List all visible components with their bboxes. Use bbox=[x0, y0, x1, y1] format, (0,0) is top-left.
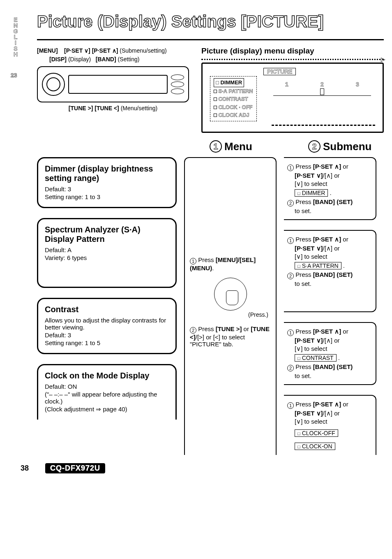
contrast-box: Contrast Allows you to adjust the displa… bbox=[37, 298, 177, 354]
submenu-note: (Submenu/setting) bbox=[120, 47, 166, 54]
r4-n1: 1 bbox=[287, 402, 294, 409]
step2-icon: 2 bbox=[190, 327, 196, 334]
page-badge: 23 bbox=[11, 72, 17, 79]
contrast-desc: Allows you to adjust the display contras… bbox=[45, 317, 169, 331]
step2-mid: or bbox=[242, 325, 251, 332]
r3-b3: [BAND] (SET) bbox=[313, 363, 353, 370]
r4-pill-on: □CLOCK-ON bbox=[295, 443, 335, 450]
r3-l6: to set. bbox=[295, 372, 371, 379]
side-buttons-illustration bbox=[171, 74, 184, 94]
r1-b1: [P·SET ∧] bbox=[313, 163, 341, 170]
menu-key-label: [MENU] bbox=[37, 47, 58, 54]
r1-pre2: Press bbox=[295, 198, 313, 205]
clock-note1: ("– –:– –" will appear before adjusting … bbox=[45, 391, 169, 405]
button-callouts: [MENU] [P·SET ∨] [P·SET ∧] (Submenu/sett… bbox=[37, 46, 189, 133]
submenu-clock-box: 1 Press [P·SET ∧] or [P·SET ∨]/[∧] or [∨… bbox=[284, 395, 376, 455]
submenu-heading: Submenu bbox=[323, 140, 371, 153]
display-panel-illustration: PICTURE □ DIMMER □ S·A PATTERN □ CONTRAS… bbox=[201, 63, 384, 133]
picture-tab: PICTURE bbox=[263, 68, 296, 75]
contrast-title: Contrast bbox=[45, 305, 169, 314]
r1-l6: to set. bbox=[295, 207, 371, 214]
slider-num-2: 2 bbox=[321, 81, 324, 88]
r1-b2: [P·SET ∨] bbox=[295, 172, 323, 179]
step1-icon: 1 bbox=[190, 258, 196, 264]
r4-pill-off: □CLOCK-OFF bbox=[295, 429, 338, 437]
submenu-contrast-box: 1 Press [P·SET ∧] or [P·SET ∨]/[∧] or [∨… bbox=[284, 322, 376, 385]
menu-list: □ DIMMER □ S·A PATTERN □ CONTRAST □ CLOC… bbox=[210, 76, 257, 121]
menu-item-contrast: CONTRAST bbox=[218, 96, 248, 102]
step2-post: /[>] or [<] to select "PICTURE" tab. bbox=[190, 334, 245, 348]
clock-note2: (Clock adjustment ⇒ page 40) bbox=[45, 406, 169, 413]
page-title: Picture (Display) Settings [PICTURE] bbox=[37, 12, 384, 31]
display-subtitle: Picture (display) menu display bbox=[201, 46, 384, 56]
r2-p2: /[∧] or bbox=[323, 245, 340, 252]
r2-l3: [∨] to select bbox=[295, 253, 371, 260]
contrast-range: Setting range: 1 to 5 bbox=[45, 339, 169, 346]
step-two-icon: 2 bbox=[308, 140, 321, 153]
dimmer-title: Dimmer (display brightness setting range… bbox=[45, 164, 169, 183]
step-one-icon: 1 bbox=[210, 140, 222, 153]
menu-item-clock-adj: CLOCK ADJ bbox=[218, 112, 249, 118]
clock-title: Clock on the Mode Display bbox=[45, 371, 169, 380]
r2-b2: [P·SET ∨] bbox=[295, 245, 323, 252]
disp-key-label: [DISP] bbox=[49, 56, 67, 63]
r3-pre2: Press bbox=[295, 363, 313, 370]
r2-b3: [BAND] (SET) bbox=[313, 271, 353, 278]
menu-item-sa: S·A PATTERN bbox=[218, 88, 253, 94]
step2-pre: Press bbox=[198, 325, 216, 332]
display-illustration bbox=[68, 75, 168, 94]
r2-p1: or bbox=[341, 236, 348, 243]
r4-l3: [∨] to select bbox=[295, 418, 371, 425]
r4-pre: Press bbox=[295, 401, 313, 408]
r2-pre2: Press bbox=[295, 271, 313, 278]
clock-default: Default: ON bbox=[45, 383, 169, 390]
slider-num-1: 1 bbox=[285, 81, 288, 88]
r4-p1: or bbox=[341, 401, 348, 408]
r2-n1: 1 bbox=[287, 237, 294, 244]
sa-default: Default: A bbox=[45, 246, 169, 253]
r3-n1: 1 bbox=[287, 329, 294, 336]
menu-heading: Menu bbox=[224, 140, 252, 153]
dimmer-range: Setting range: 1 to 3 bbox=[45, 193, 169, 200]
dimmer-box: Dimmer (display brightness setting range… bbox=[37, 157, 177, 208]
r1-n2: 2 bbox=[287, 200, 294, 206]
r4-b2: [P·SET ∨] bbox=[295, 410, 323, 417]
slider-area: 1 2 3 bbox=[269, 76, 375, 96]
r3-pill: □CONTRAST bbox=[295, 354, 337, 362]
title-rule bbox=[37, 39, 384, 40]
menu-procedure-box: 1 Press [MENU]/[SEL] (MENU). (Press.) 2 … bbox=[184, 157, 277, 455]
step2-bold1: [TUNE >] bbox=[216, 325, 242, 332]
press-label: (Press.) bbox=[190, 311, 268, 318]
r1-pill: □DIMMER bbox=[295, 189, 328, 197]
page-number: 38 bbox=[21, 464, 29, 473]
r3-p2: /[∧] or bbox=[323, 337, 340, 344]
r1-pre: Press bbox=[295, 163, 313, 170]
r4-p2: /[∧] or bbox=[323, 410, 340, 417]
dotted-arrow bbox=[201, 59, 384, 60]
r3-b1: [P·SET ∧] bbox=[313, 328, 341, 335]
model-badge: CQ-DFX972U bbox=[45, 463, 105, 473]
r2-b1: [P·SET ∧] bbox=[313, 236, 341, 243]
tune-note: (Menu/setting) bbox=[121, 105, 157, 111]
submenu-dimmer-box: 1 Press [P·SET ∧] or [P·SET ∨]/[∧] or [∨… bbox=[284, 157, 376, 220]
sa-box: Spectrum Analyzer (S·A) Display Pattern … bbox=[37, 218, 177, 288]
sa-variety: Variety: 6 types bbox=[45, 254, 169, 261]
r1-b3: [BAND] (SET) bbox=[313, 198, 353, 205]
r2-pill: □S·A PATTERN bbox=[295, 262, 341, 269]
r2-pre: Press bbox=[295, 236, 313, 243]
band-key-label: [BAND] bbox=[96, 56, 116, 63]
tune-keys-label: [TUNE >] [TUNE <] bbox=[69, 105, 119, 111]
dimmer-default: Default: 3 bbox=[45, 186, 169, 193]
r1-p2: /[∧] or bbox=[323, 172, 340, 179]
r1-p1: or bbox=[341, 163, 348, 170]
menu-item-dimmer: DIMMER bbox=[220, 79, 242, 86]
step1-pre: Press bbox=[198, 256, 216, 263]
language-vertical-label: ENGLISH bbox=[12, 16, 19, 57]
press-knob-illustration bbox=[214, 278, 247, 311]
slider-num-3: 3 bbox=[356, 81, 359, 88]
menu-item-clock-off: CLOCK · OFF bbox=[218, 104, 252, 110]
r3-b2: [P·SET ∨] bbox=[295, 337, 323, 344]
r1-l3: [∨] to select bbox=[295, 180, 371, 188]
disp-note: (Display) bbox=[68, 56, 91, 63]
band-note: (Setting) bbox=[118, 56, 139, 63]
